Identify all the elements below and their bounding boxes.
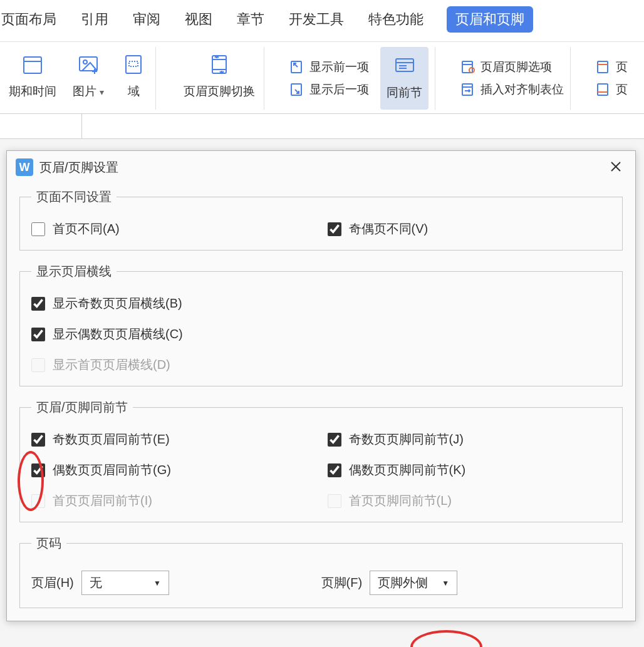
odd-footer-sameprev-label: 奇数页页脚同前节(J) [349, 431, 464, 448]
link-section-icon [394, 55, 415, 76]
page-diff-legend: 页面不同设置 [31, 189, 117, 205]
page-num-group: 页码 页眉(H) 无 ▼ 页脚(F) 页脚外侧 ▼ [19, 535, 623, 608]
page-diff-group: 页面不同设置 首页不同(A) 奇偶页不同(V) [19, 189, 623, 251]
tab-review[interactable]: 审阅 [132, 8, 162, 31]
even-header-line-checkbox[interactable] [31, 328, 45, 341]
toolbar: 期和时间 图片 ▾ 域 页眉页脚切换 [0, 42, 644, 113]
options-button[interactable]: 页眉页脚选项 [460, 59, 564, 75]
app-logo-icon: W [16, 158, 33, 176]
same-prev-button[interactable]: 同前节 [380, 47, 428, 110]
first-header-line-checkbox [31, 358, 45, 372]
switch-label: 页眉页脚切换 [184, 83, 255, 100]
next-icon [289, 82, 304, 97]
field-icon [123, 54, 144, 75]
footer-pagenum-label: 页脚(F) [321, 574, 363, 591]
insert-tab-button[interactable]: 插入对齐制表位 [460, 81, 564, 98]
tab-reference[interactable]: 引用 [80, 8, 110, 31]
svg-rect-28 [598, 84, 608, 95]
header-pagenum-label: 页眉(H) [31, 574, 74, 591]
options-label: 页眉页脚选项 [480, 59, 552, 75]
switch-button[interactable]: 页眉页脚切换 [181, 47, 257, 110]
date-time-label: 期和时间 [9, 83, 56, 100]
tab-developer[interactable]: 开发工具 [288, 8, 345, 31]
odd-header-sameprev-checkbox[interactable] [31, 433, 45, 447]
same-prev-label: 同前节 [387, 85, 422, 101]
first-footer-sameprev-label: 首页页脚同前节(L) [349, 492, 452, 509]
close-icon [610, 161, 621, 172]
tabstop-icon [460, 82, 475, 97]
tab-view[interactable]: 视图 [184, 8, 214, 31]
odd-header-line-label: 显示奇数页页眉横线(B) [53, 295, 182, 312]
header-line-group: 显示页眉横线 显示奇数页页眉横线(B) 显示偶数页页眉横线(C) 显示首页页眉横… [19, 263, 623, 386]
ribbon: 页面布局 引用 审阅 视图 章节 开发工具 特色功能 页眉和页脚 期和时间 图片… [0, 0, 644, 114]
cutoff-row-1[interactable]: 页 [596, 59, 628, 75]
even-footer-sameprev-label: 偶数页页脚同前节(K) [349, 462, 466, 479]
menu-tabs: 页面布局 引用 审阅 视图 章节 开发工具 特色功能 页眉和页脚 [0, 0, 644, 42]
svg-rect-23 [462, 84, 472, 95]
cutoff-row-2[interactable]: 页 [596, 81, 628, 98]
field-button[interactable]: 域 [118, 47, 149, 110]
show-next-label: 显示后一项 [309, 81, 369, 98]
same-prev-group: 页眉/页脚同前节 奇数页页眉同前节(E) 奇数页页脚同前节(J) 偶数页页眉同前… [19, 399, 623, 522]
show-prev-button[interactable]: 显示前一项 [289, 59, 369, 75]
show-prev-label: 显示前一项 [309, 59, 369, 75]
svg-point-6 [83, 60, 87, 64]
first-page-diff-checkbox[interactable] [31, 222, 45, 236]
tab-header-footer[interactable]: 页眉和页脚 [447, 6, 533, 33]
cutoff-label-1: 页 [616, 59, 628, 75]
first-footer-sameprev-checkbox [328, 494, 341, 508]
dialog-titlebar: W 页眉/页脚设置 [7, 151, 635, 184]
show-next-button[interactable]: 显示后一项 [289, 81, 369, 98]
cutoff-label-2: 页 [616, 81, 628, 98]
switch-icon [209, 54, 230, 75]
odd-header-line-checkbox[interactable] [31, 297, 45, 311]
svg-rect-0 [24, 57, 41, 73]
options-icon [460, 60, 475, 75]
even-header-line-label: 显示偶数页页眉横线(C) [53, 326, 183, 343]
footer-pagenum-value: 页脚外侧 [378, 574, 428, 591]
footer-icon [596, 82, 611, 97]
footer-pagenum-select[interactable]: 页脚外侧 ▼ [370, 571, 457, 595]
picture-label: 图片 ▾ [73, 83, 104, 100]
calendar-icon [22, 54, 43, 75]
insert-tab-label: 插入对齐制表位 [480, 81, 564, 98]
first-page-diff-label: 首页不同(A) [53, 220, 120, 237]
header-icon [596, 60, 611, 75]
first-header-sameprev-checkbox [31, 494, 45, 508]
odd-even-diff-checkbox[interactable] [328, 222, 341, 236]
svg-rect-26 [598, 61, 608, 73]
svg-rect-10 [129, 61, 138, 66]
date-time-button[interactable]: 期和时间 [6, 47, 59, 110]
same-prev-legend: 页眉/页脚同前节 [31, 399, 133, 416]
close-button[interactable] [605, 157, 626, 177]
page-num-legend: 页码 [31, 535, 66, 552]
svg-rect-9 [126, 56, 141, 73]
odd-header-sameprev-label: 奇数页页眉同前节(E) [53, 431, 170, 448]
prev-icon [289, 60, 304, 75]
chevron-down-icon: ▼ [153, 579, 161, 587]
header-line-legend: 显示页眉横线 [31, 263, 117, 280]
tab-features[interactable]: 特色功能 [367, 8, 425, 31]
even-header-sameprev-checkbox[interactable] [31, 463, 45, 477]
even-header-sameprev-label: 偶数页页眉同前节(G) [53, 462, 171, 479]
even-footer-sameprev-checkbox[interactable] [328, 463, 341, 477]
image-icon [78, 54, 99, 75]
tab-section[interactable]: 章节 [236, 8, 266, 31]
header-footer-dialog: W 页眉/页脚设置 页面不同设置 首页不同(A) 奇偶页不同(V) 显示 [6, 150, 636, 621]
svg-rect-20 [462, 61, 472, 73]
header-pagenum-select[interactable]: 无 ▼ [81, 571, 169, 595]
field-label: 域 [128, 83, 140, 100]
picture-button[interactable]: 图片 ▾ [70, 47, 106, 110]
first-header-line-label: 显示首页页眉横线(D) [53, 356, 170, 373]
tab-layout[interactable]: 页面布局 [0, 8, 58, 31]
dialog-title: 页眉/页脚设置 [39, 159, 599, 176]
odd-footer-sameprev-checkbox[interactable] [328, 433, 341, 447]
annotation-circle-bottom [410, 630, 482, 647]
svg-rect-11 [212, 56, 226, 73]
odd-even-diff-label: 奇偶页不同(V) [349, 220, 428, 237]
chevron-down-icon: ▼ [442, 579, 449, 587]
header-pagenum-value: 无 [90, 574, 102, 591]
first-header-sameprev-label: 首页页眉同前节(I) [53, 492, 152, 509]
document-area [0, 114, 644, 139]
